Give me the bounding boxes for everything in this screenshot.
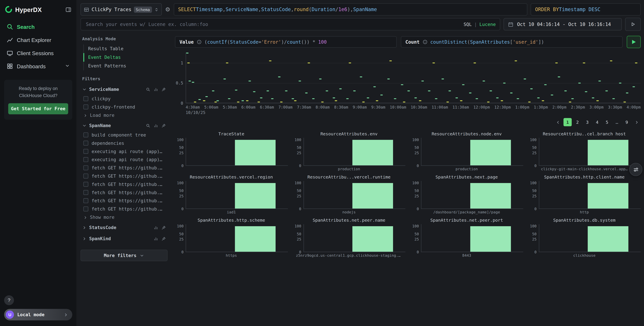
checkbox[interactable]	[83, 165, 88, 170]
pagination-page-3[interactable]: 3	[583, 118, 592, 126]
analysis-mode-event-deltas[interactable]: Event Deltas	[83, 53, 168, 62]
filter-value-row[interactable]: clickpy	[80, 95, 168, 103]
floating-filter-button[interactable]	[629, 163, 642, 176]
order-by-display[interactable]: ORDER BY Timestamp DESC	[530, 3, 641, 16]
search-input[interactable]	[85, 21, 461, 28]
search-icon[interactable]	[146, 87, 150, 92]
mode-sql[interactable]: SQL	[464, 22, 472, 27]
filter-value-row[interactable]: fetch GET https://github.…	[80, 197, 168, 205]
analysis-mode-results-table[interactable]: Results Table	[83, 45, 168, 53]
histogram-bar[interactable]	[470, 183, 511, 209]
checkbox[interactable]	[83, 190, 88, 195]
chart-icon[interactable]	[154, 237, 158, 241]
source-select[interactable]: ClickPy Traces Schema	[80, 3, 162, 16]
histogram-bar[interactable]	[588, 183, 628, 209]
pagination-page-1[interactable]: 1	[564, 118, 572, 126]
analysis-mode-event-patterns[interactable]: Event Patterns	[83, 62, 168, 70]
histogram-chart[interactable]	[539, 138, 641, 166]
pagination-page-5[interactable]: 5	[603, 118, 611, 126]
pagination-prev[interactable]	[554, 118, 562, 126]
chart-icon[interactable]	[154, 87, 158, 92]
filter-value-row[interactable]: clickpy-frontend	[80, 103, 168, 111]
histogram-bar[interactable]	[470, 226, 511, 252]
filter-value-row[interactable]: build component tree	[80, 131, 168, 139]
pin-icon[interactable]	[162, 237, 166, 241]
settings-gear-icon[interactable]: ⚙	[165, 6, 170, 13]
pagination-page-4[interactable]: 4	[593, 118, 601, 126]
local-mode-button[interactable]: U Local mode	[4, 309, 72, 320]
histogram-bar[interactable]	[588, 226, 628, 252]
sidebar-item-search[interactable]: Search	[4, 21, 72, 33]
chart-icon[interactable]	[154, 225, 158, 230]
search-icon[interactable]	[146, 123, 150, 128]
value-expression-input[interactable]: Value (countIf(StatusCode='Error')/count…	[175, 36, 397, 48]
chart-icon[interactable]	[154, 123, 158, 128]
filter-group-header-servicename[interactable]: ServiceName	[80, 84, 168, 95]
checkbox[interactable]	[83, 140, 88, 145]
more-filters-button[interactable]: More filters	[80, 250, 168, 261]
filter-value-label: fetch GET https://github.…	[92, 182, 162, 187]
pagination-page-2[interactable]: 2	[573, 118, 582, 126]
pin-icon[interactable]	[162, 225, 166, 230]
schema-badge[interactable]: Schema	[134, 7, 152, 13]
filter-value-row[interactable]: fetch GET https://github.…	[80, 189, 168, 197]
histogram-chart[interactable]	[186, 224, 288, 252]
histogram-bar[interactable]	[352, 183, 393, 209]
filter-value-row[interactable]: fetch GET https://github.…	[80, 172, 168, 180]
count-expression-input[interactable]: Count countDistinct(SpanAttributes['user…	[401, 36, 622, 48]
histogram-bar[interactable]	[235, 140, 276, 165]
checkbox[interactable]	[83, 182, 88, 187]
histogram-bar[interactable]	[235, 183, 276, 209]
pin-icon[interactable]	[162, 123, 166, 128]
collapse-sidebar-icon[interactable]	[65, 7, 72, 13]
histogram-chart[interactable]	[539, 224, 641, 252]
run-search-button[interactable]	[625, 18, 641, 31]
filter-value-row[interactable]: dependencies	[80, 139, 168, 147]
checkbox[interactable]	[83, 104, 88, 109]
filter-value-row[interactable]: fetch GET https://github.…	[80, 205, 168, 213]
histogram-chart[interactable]	[421, 224, 523, 252]
pagination-page-9[interactable]: 9	[622, 118, 631, 126]
histogram-chart[interactable]	[421, 138, 523, 166]
checkbox[interactable]	[83, 132, 88, 137]
histogram-chart[interactable]	[421, 181, 523, 209]
pin-icon[interactable]	[162, 87, 166, 92]
histogram-bar[interactable]	[588, 140, 628, 165]
histogram-bar[interactable]	[235, 226, 276, 252]
histogram-chart[interactable]	[186, 138, 288, 166]
histogram-chart[interactable]	[303, 224, 405, 252]
checkbox[interactable]	[83, 174, 88, 179]
filter-group-header-spankind[interactable]: SpanKind	[80, 234, 168, 244]
sidebar-item-chart-explorer[interactable]: Chart Explorer	[4, 34, 72, 46]
timeline-chart[interactable]	[186, 53, 641, 103]
filter-value-row[interactable]: fetch GET https://github.…	[80, 164, 168, 172]
histogram-chart[interactable]	[186, 181, 288, 209]
filter-group-header-spanname[interactable]: SpanName	[80, 120, 168, 131]
checkbox[interactable]	[83, 149, 88, 154]
filter-value-row[interactable]: fetch GET https://github.…	[80, 180, 168, 189]
show-more-link[interactable]: Show more	[80, 213, 168, 222]
checkbox[interactable]	[83, 207, 88, 211]
date-range-picker[interactable]: Oct 10 04:16:14 - Oct 10 16:16:14	[504, 18, 622, 30]
checkbox[interactable]	[83, 157, 88, 162]
mode-lucene[interactable]: Lucene	[480, 22, 496, 27]
filter-value-row[interactable]: executing api route (app)…	[80, 155, 168, 164]
sidebar-item-dashboards[interactable]: Dashboards	[4, 60, 72, 72]
checkbox[interactable]	[83, 96, 88, 101]
sql-select-display[interactable]: SELECT Timestamp, ServiceName, StatusCod…	[174, 3, 527, 16]
filter-value-row[interactable]: executing api route (app)…	[80, 147, 168, 155]
load-more-link[interactable]: Load more	[80, 111, 168, 120]
sidebar-item-client-sessions[interactable]: Client Sessions	[4, 47, 72, 59]
histogram-chart[interactable]	[539, 181, 641, 209]
run-query-button[interactable]	[627, 36, 641, 48]
filter-group-header-statuscode[interactable]: StatusCode	[80, 223, 168, 233]
histogram-bar[interactable]	[470, 140, 511, 165]
histogram-bar[interactable]	[352, 226, 393, 252]
histogram-bar[interactable]	[352, 140, 393, 165]
checkbox[interactable]	[83, 198, 88, 203]
pagination-next[interactable]	[632, 118, 641, 126]
histogram-chart[interactable]	[303, 138, 405, 166]
get-started-button[interactable]: Get Started for Free	[8, 103, 68, 114]
histogram-chart[interactable]	[303, 181, 405, 209]
help-button[interactable]: ?	[4, 295, 14, 305]
